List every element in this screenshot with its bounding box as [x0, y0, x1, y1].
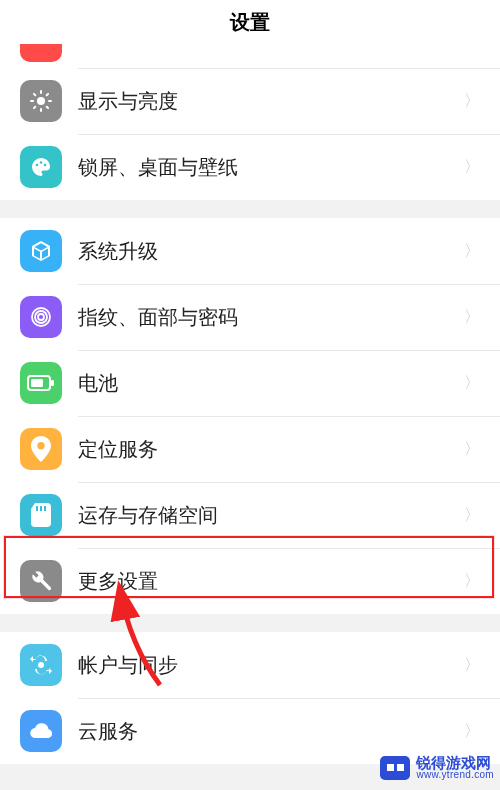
palette-icon	[20, 146, 62, 188]
cloud-icon	[20, 710, 62, 752]
sound-icon	[20, 44, 62, 62]
row-label: 指纹、面部与密码	[78, 304, 464, 331]
sync-icon	[20, 644, 62, 686]
svg-point-11	[44, 164, 47, 167]
settings-row-wallpaper[interactable]: 锁屏、桌面与壁纸 〉	[0, 134, 500, 200]
row-label: 系统升级	[78, 238, 464, 265]
row-label: 电池	[78, 370, 464, 397]
row-label: 运存与存储空间	[78, 502, 464, 529]
settings-row-update[interactable]: 系统升级 〉	[0, 218, 500, 284]
chevron-right-icon: 〉	[464, 439, 480, 460]
chevron-right-icon: 〉	[464, 241, 480, 262]
settings-group-1: 声音 〉 显示与亮度 〉 锁屏、桌面与壁纸 〉	[0, 44, 500, 200]
settings-row-sound[interactable]: 声音 〉	[0, 44, 500, 68]
svg-point-13	[35, 311, 47, 323]
wrench-icon	[20, 560, 62, 602]
cube-icon	[20, 230, 62, 272]
svg-point-0	[37, 97, 45, 105]
chevron-right-icon: 〉	[464, 721, 480, 742]
location-icon	[20, 428, 62, 470]
svg-point-9	[36, 164, 39, 167]
settings-group-2: 系统升级 〉 指纹、面部与密码 〉 电池 〉 定位服务 〉	[0, 218, 500, 614]
sdcard-icon	[20, 494, 62, 536]
svg-point-10	[40, 161, 43, 164]
chevron-right-icon: 〉	[464, 307, 480, 328]
svg-line-6	[47, 107, 48, 108]
svg-line-8	[47, 94, 48, 95]
settings-row-more[interactable]: 更多设置 〉	[0, 548, 500, 614]
settings-group-3: 帐户与同步 〉 云服务 〉	[0, 632, 500, 764]
chevron-right-icon: 〉	[464, 91, 480, 112]
page-title: 设置	[230, 9, 270, 36]
svg-rect-20	[44, 506, 46, 511]
chevron-right-icon: 〉	[464, 373, 480, 394]
svg-point-21	[38, 662, 44, 668]
chevron-right-icon: 〉	[464, 157, 480, 178]
fingerprint-icon	[20, 296, 62, 338]
svg-rect-19	[40, 506, 42, 511]
svg-rect-18	[36, 506, 38, 511]
svg-rect-16	[51, 380, 54, 386]
chevron-right-icon: 〉	[464, 571, 480, 592]
chevron-right-icon: 〉	[464, 655, 480, 676]
row-label: 云服务	[78, 718, 464, 745]
row-label: 显示与亮度	[78, 88, 464, 115]
settings-row-location[interactable]: 定位服务 〉	[0, 416, 500, 482]
row-label: 帐户与同步	[78, 652, 464, 679]
svg-point-12	[38, 314, 44, 320]
svg-line-5	[34, 94, 35, 95]
battery-icon	[20, 362, 62, 404]
brightness-icon	[20, 80, 62, 122]
settings-row-display[interactable]: 显示与亮度 〉	[0, 68, 500, 134]
row-label: 锁屏、桌面与壁纸	[78, 154, 464, 181]
settings-row-account[interactable]: 帐户与同步 〉	[0, 632, 500, 698]
chevron-right-icon: 〉	[464, 505, 480, 526]
settings-row-cloud[interactable]: 云服务 〉	[0, 698, 500, 764]
settings-list[interactable]: 声音 〉 显示与亮度 〉 锁屏、桌面与壁纸 〉 系统升级 〉	[0, 44, 500, 790]
settings-row-battery[interactable]: 电池 〉	[0, 350, 500, 416]
svg-rect-17	[31, 379, 43, 387]
row-label: 更多设置	[78, 568, 464, 595]
settings-row-storage[interactable]: 运存与存储空间 〉	[0, 482, 500, 548]
row-label: 定位服务	[78, 436, 464, 463]
page-header: 设置	[0, 0, 500, 44]
settings-row-biometrics[interactable]: 指纹、面部与密码 〉	[0, 284, 500, 350]
svg-line-7	[34, 107, 35, 108]
